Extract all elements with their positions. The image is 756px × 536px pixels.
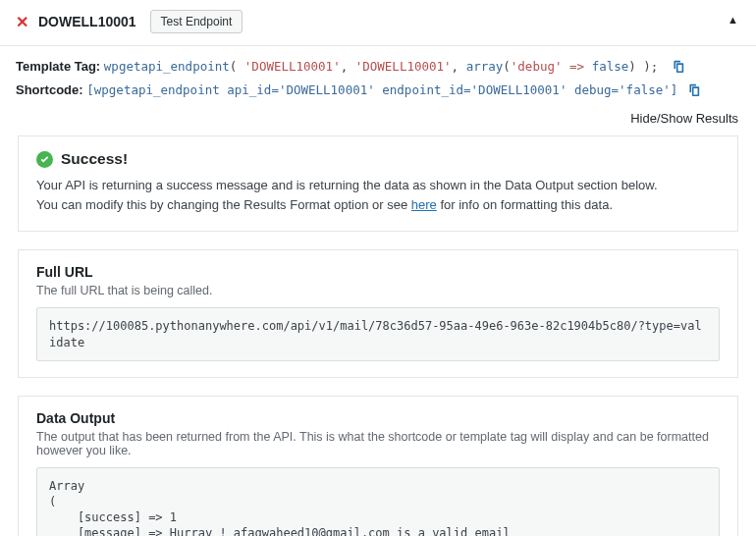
template-tag-label: Template Tag: — [16, 59, 100, 74]
full-url-sub: The full URL that is being called. — [36, 284, 720, 297]
data-output-sub: The output that has been returned from t… — [36, 430, 720, 457]
template-tag-row: Template Tag: wpgetapi_endpoint( 'DOWELL… — [16, 56, 740, 78]
success-title: Success! — [61, 150, 128, 168]
toggle-results-link[interactable]: Hide/Show Results — [0, 105, 756, 135]
full-url-panel: Full URL The full URL that is being call… — [18, 249, 738, 377]
success-desc-1: Your API is returning a success message … — [36, 176, 720, 195]
full-url-title: Full URL — [36, 264, 720, 280]
copy-template-icon[interactable] — [672, 58, 684, 71]
collapse-icon[interactable]: ▲ — [728, 14, 738, 26]
shortcode-row: Shortcode: [wpgetapi_endpoint api_id='DO… — [16, 80, 740, 101]
endpoint-title: DOWELL10001 — [38, 14, 136, 29]
shortcode-label: Shortcode: — [16, 82, 83, 97]
copy-shortcode-icon[interactable] — [687, 81, 700, 94]
close-icon[interactable]: ✕ — [16, 13, 28, 31]
success-check-icon — [36, 151, 53, 168]
code-tags-section: Template Tag: wpgetapi_endpoint( 'DOWELL… — [0, 46, 756, 105]
panel-header: ✕ DOWELL10001 Test Endpoint ▲ — [0, 0, 756, 46]
data-output-value: Array ( [success] => 1 [message] => Hurr… — [36, 467, 720, 536]
data-output-title: Data Output — [36, 410, 720, 426]
template-tag-code: wpgetapi_endpoint( 'DOWELL10001', 'DOWEL… — [104, 59, 666, 74]
success-panel: Success! Your API is returning a success… — [18, 135, 738, 232]
data-output-panel: Data Output The output that has been ret… — [18, 396, 738, 536]
test-endpoint-button[interactable]: Test Endpoint — [150, 10, 243, 33]
success-desc-2: You can modify this by changing the Resu… — [36, 195, 720, 215]
full-url-value: https://100085.pythonanywhere.com/api/v1… — [36, 307, 720, 360]
shortcode-code: [wpgetapi_endpoint api_id='DOWELL10001' … — [86, 82, 677, 97]
format-info-link[interactable]: here — [411, 197, 437, 212]
